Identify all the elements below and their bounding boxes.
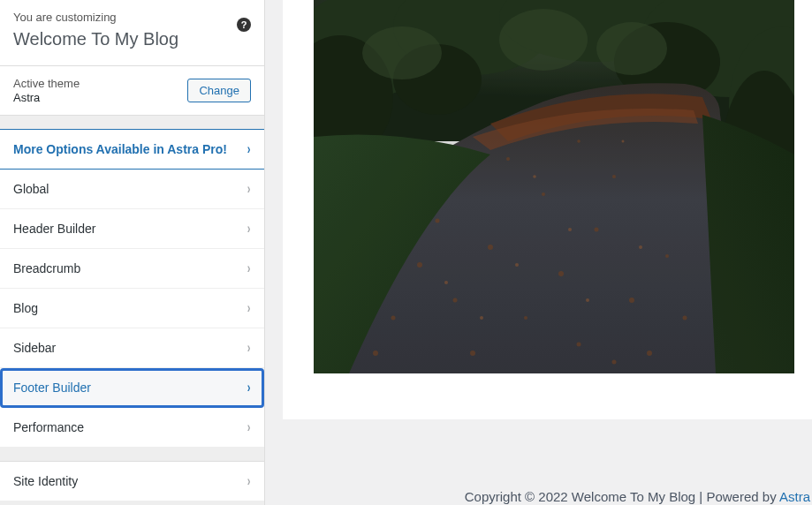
preview-content [283, 0, 812, 419]
chevron-right-icon: › [247, 300, 250, 316]
customizer-menu-extra: Site Identity › [0, 461, 264, 501]
menu-item-footer-builder[interactable]: Footer Builder › [0, 368, 264, 408]
customizing-label: You are customizing [13, 11, 251, 24]
menu-item-blog[interactable]: Blog › [0, 289, 264, 328]
chevron-right-icon: › [247, 380, 250, 396]
menu-item-label: Site Identity [13, 474, 78, 488]
active-theme-label: Active theme [13, 77, 80, 90]
change-theme-button[interactable]: Change [187, 79, 251, 102]
chevron-right-icon: › [247, 141, 250, 157]
menu-item-sidebar[interactable]: Sidebar › [0, 328, 264, 368]
chevron-right-icon: › [247, 340, 250, 356]
theme-info: Active theme Astra [13, 77, 80, 104]
customizer-menu: More Options Available in Astra Pro! › G… [0, 129, 264, 448]
footer-text-before: Copyright © 2022 Welcome To My Blog | Po… [465, 489, 779, 504]
menu-item-label: Footer Builder [13, 381, 91, 395]
preview-featured-image [314, 0, 794, 373]
menu-item-label: Header Builder [13, 222, 95, 236]
active-theme-section: Active theme Astra Change [0, 66, 264, 116]
menu-item-header-builder[interactable]: Header Builder › [0, 209, 264, 249]
footer-theme-link[interactable]: Astra [779, 489, 810, 504]
menu-item-breadcrumb[interactable]: Breadcrumb › [0, 249, 264, 289]
preview-pane: Copyright © 2022 Welcome To My Blog | Po… [265, 0, 812, 505]
menu-gap [0, 448, 264, 461]
chevron-right-icon: › [247, 260, 250, 276]
menu-item-label: Performance [13, 420, 84, 434]
menu-item-label: Breadcrumb [13, 261, 80, 275]
customizer-sidebar: You are customizing Welcome To My Blog ?… [0, 0, 265, 505]
menu-item-global[interactable]: Global › [0, 170, 264, 209]
help-icon[interactable]: ? [237, 18, 251, 32]
preview-footer: Copyright © 2022 Welcome To My Blog | Po… [283, 419, 812, 505]
chevron-right-icon: › [247, 181, 250, 197]
footer-copyright: Copyright © 2022 Welcome To My Blog | Po… [465, 489, 810, 504]
menu-item-site-identity[interactable]: Site Identity › [0, 461, 264, 501]
active-theme-name: Astra [13, 91, 80, 104]
svg-rect-41 [314, 0, 794, 373]
menu-item-label: Blog [13, 301, 38, 315]
chevron-right-icon: › [247, 473, 250, 489]
panel-header: You are customizing Welcome To My Blog ? [0, 0, 264, 66]
chevron-right-icon: › [247, 221, 250, 237]
menu-item-label: More Options Available in Astra Pro! [13, 142, 227, 156]
menu-item-astra-pro[interactable]: More Options Available in Astra Pro! › [0, 129, 264, 170]
chevron-right-icon: › [247, 419, 250, 435]
menu-item-label: Global [13, 182, 49, 196]
site-title: Welcome To My Blog [13, 29, 251, 49]
menu-item-performance[interactable]: Performance › [0, 408, 264, 448]
menu-item-label: Sidebar [13, 341, 56, 355]
